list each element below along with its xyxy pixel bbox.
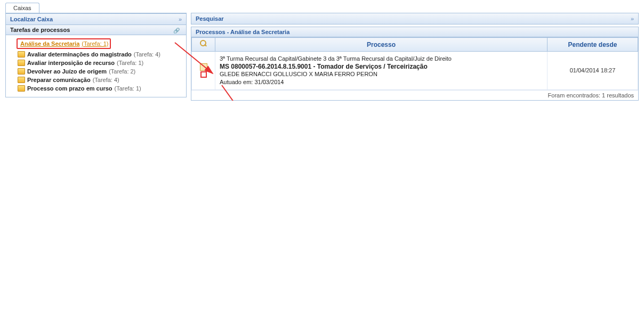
- document-icon[interactable]: [200, 63, 207, 71]
- search-header[interactable]: Pesquisar »: [191, 13, 639, 24]
- sidebar-item-label: Avaliar interposição de recurso: [27, 60, 115, 66]
- link-icon: [173, 27, 182, 32]
- folder-icon: [18, 51, 25, 58]
- sidebar-item-count: (Tarefa: 1): [117, 60, 143, 66]
- sidebar-item-count: (Tarefa: 4): [134, 51, 160, 58]
- sidebar-item-label: Preparar comunicação: [27, 77, 91, 83]
- col-process: Processo: [215, 38, 548, 52]
- folder-icon: [18, 60, 25, 66]
- pending-date: 01/04/2014 18:27: [548, 52, 638, 90]
- sidebar-item-label: Análise da Secretaria: [20, 40, 79, 47]
- tab-caixas[interactable]: Caixas: [5, 3, 39, 13]
- sidebar-item-avaliar-interposicao[interactable]: Avaliar interposição de recurso (Tarefa:…: [8, 59, 184, 67]
- col-pending: Pendente desde: [548, 38, 638, 52]
- sidebar-item-prazo[interactable]: Processo com prazo em curso (Tarefa: 1): [8, 84, 184, 93]
- folder-icon: [18, 68, 25, 75]
- search-icon: [200, 40, 207, 47]
- sidebar-item-count: (Tarefa: 4): [93, 77, 119, 83]
- row-icons: [192, 52, 215, 90]
- sidebar-item-label: Processo com prazo em curso: [27, 85, 112, 92]
- tasks-title: Tarefas de processos: [10, 27, 70, 33]
- process-filed: Autuado em: 31/03/2014: [220, 78, 543, 86]
- results-count: Foram encontrados: 1 resultados: [191, 90, 638, 100]
- open-task-icon[interactable]: [200, 71, 207, 78]
- task-tree: Análise da Secretaria (Tarefa: 1) Avalia…: [5, 35, 187, 97]
- folder-icon: [18, 77, 25, 83]
- tasks-header: Tarefas de processos: [5, 25, 187, 35]
- folder-icon: [18, 85, 25, 92]
- locate-box-title: Localizar Caixa: [10, 16, 53, 22]
- sidebar-item-devolver[interactable]: Devolver ao Juízo de origem (Tarefa: 2): [8, 67, 184, 76]
- sidebar-item-avaliar-determinacoes[interactable]: Avaliar determinações do magistrado (Tar…: [8, 50, 184, 59]
- table-row[interactable]: 3ª Turma Recursal da Capital/Gabinete 3 …: [192, 52, 638, 90]
- process-parties: GLEDE BERNACCI GOLLUSCIO X MARIA FERRO P…: [220, 70, 543, 78]
- sidebar-item-label: Avaliar determinações do magistrado: [27, 51, 132, 58]
- sidebar-item-analise[interactable]: Análise da Secretaria (Tarefa: 1): [20, 39, 109, 48]
- sidebar-item-count: (Tarefa: 2): [109, 68, 135, 75]
- process-path: 3ª Turma Recursal da Capital/Gabinete 3 …: [220, 55, 543, 63]
- col-icon: [192, 38, 215, 52]
- locate-box-header[interactable]: Localizar Caixa »: [5, 13, 187, 25]
- process-table: Processo Pendente desde 3ª Turma Recursa…: [191, 37, 638, 90]
- sidebar-item-count: (Tarefa: 1): [82, 40, 108, 47]
- process-list-header: Processos - Análise da Secretaria: [191, 27, 638, 37]
- search-title: Pesquisar: [196, 15, 224, 22]
- sidebar-item-label: Devolver ao Juízo de origem: [27, 68, 107, 75]
- sidebar-item-count: (Tarefa: 1): [115, 85, 141, 92]
- expand-arrow-icon: »: [631, 15, 634, 22]
- expand-arrow-icon: »: [179, 16, 182, 22]
- process-title: MS 0800057-66.2014.8.15.9001 - Tomador d…: [220, 63, 543, 70]
- sidebar-item-preparar[interactable]: Preparar comunicação (Tarefa: 4): [8, 76, 184, 84]
